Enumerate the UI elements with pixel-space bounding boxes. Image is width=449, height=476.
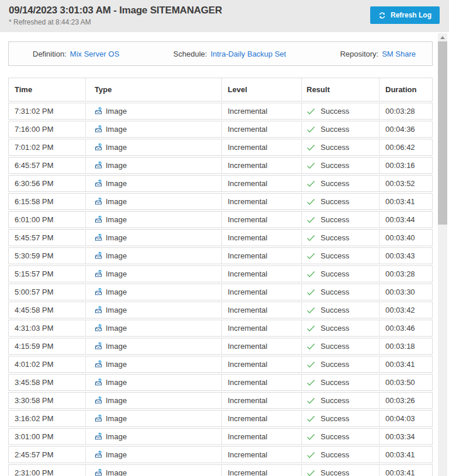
type-label: Image	[106, 270, 127, 278]
table-row[interactable]: 6:01:00 PM Image Incremental Success 00:…	[8, 211, 433, 228]
vertical-scrollbar[interactable]	[438, 33, 447, 476]
cell-result: Success	[301, 230, 379, 246]
table-row[interactable]: 7:16:00 PM Image Incremental Success 00:…	[8, 121, 433, 138]
cell-level: Incremental	[221, 374, 301, 390]
cell-level: Incremental	[221, 212, 301, 228]
cell-level: Incremental	[221, 465, 301, 476]
cell-time: 5:30:59 PM	[9, 248, 85, 264]
success-check-icon	[307, 235, 315, 242]
cell-time: 4:45:58 PM	[9, 302, 85, 318]
refresh-log-button[interactable]: Refresh Log	[370, 6, 440, 24]
cell-level: Incremental	[221, 176, 301, 191]
scroll-up-button[interactable]	[438, 33, 447, 41]
table-row[interactable]: 2:31:00 PM Image Incremental Success 00:…	[8, 464, 433, 476]
repository-link[interactable]: SM Share	[382, 50, 416, 58]
cell-result: Success	[301, 248, 379, 264]
column-header-type: Type	[85, 78, 221, 101]
schedule-link[interactable]: Intra-Daily Backup Set	[211, 50, 286, 58]
table-row[interactable]: 6:15:58 PM Image Incremental Success 00:…	[8, 193, 433, 210]
image-backup-icon	[95, 234, 102, 242]
cell-level: Incremental	[221, 393, 301, 408]
titlebar: 09/14/2023 3:01:03 AM - Image SITEMANAGE…	[0, 0, 449, 32]
type-label: Image	[106, 378, 127, 387]
image-backup-icon	[95, 433, 102, 440]
table-row[interactable]: 7:01:02 PM Image Incremental Success 00:…	[8, 139, 433, 156]
cell-type: Image	[85, 320, 221, 336]
cell-time: 5:45:57 PM	[9, 230, 85, 246]
cell-type: Image	[85, 393, 221, 408]
cell-time: 4:15:59 PM	[9, 338, 85, 354]
table-row[interactable]: 3:16:02 PM Image Incremental Success 00:…	[8, 410, 433, 427]
cell-result: Success	[301, 158, 379, 173]
table-row[interactable]: 6:45:57 PM Image Incremental Success 00:…	[8, 157, 433, 174]
cell-level: Incremental	[221, 338, 301, 354]
refresh-log-label: Refresh Log	[391, 11, 431, 19]
cell-result: Success	[301, 212, 379, 228]
column-header-time: Time	[9, 78, 85, 101]
table-row[interactable]: 5:45:57 PM Image Incremental Success 00:…	[8, 229, 433, 246]
success-check-icon	[307, 415, 315, 422]
table-row[interactable]: 4:45:58 PM Image Incremental Success 00:…	[8, 302, 433, 318]
cell-time: 6:15:58 PM	[9, 194, 85, 209]
type-label: Image	[106, 125, 127, 134]
table-row[interactable]: 4:01:02 PM Image Incremental Success 00:…	[8, 356, 433, 373]
type-label: Image	[106, 396, 127, 405]
table-row[interactable]: 4:31:03 PM Image Incremental Success 00:…	[8, 320, 433, 337]
success-check-icon	[307, 379, 315, 386]
table-row[interactable]: 5:00:57 PM Image Incremental Success 00:…	[8, 284, 433, 300]
cell-time: 2:45:57 PM	[9, 447, 85, 463]
cell-type: Image	[85, 121, 221, 137]
cell-result: Success	[301, 302, 379, 318]
cell-duration: 00:06:42	[379, 139, 432, 155]
result-label: Success	[321, 378, 349, 387]
success-check-icon	[307, 126, 315, 133]
cell-type: Image	[85, 212, 221, 228]
table-row[interactable]: 5:15:57 PM Image Incremental Success 00:…	[8, 265, 433, 282]
cell-type: Image	[85, 194, 221, 209]
success-check-icon	[307, 144, 315, 151]
cell-level: Incremental	[221, 411, 301, 426]
cell-level: Incremental	[221, 356, 301, 372]
table-row[interactable]: 2:45:57 PM Image Incremental Success 00:…	[8, 446, 433, 463]
success-check-icon	[307, 470, 315, 476]
table-row[interactable]: 7:31:02 PM Image Incremental Success 00:…	[8, 103, 433, 120]
cell-result: Success	[301, 338, 379, 354]
cell-result: Success	[301, 266, 379, 282]
result-label: Success	[321, 468, 349, 476]
table-row[interactable]: 3:30:58 PM Image Incremental Success 00:…	[8, 392, 433, 409]
cell-result: Success	[301, 429, 379, 444]
type-label: Image	[106, 107, 127, 116]
cell-time: 6:45:57 PM	[9, 158, 85, 173]
cell-result: Success	[301, 194, 379, 209]
definition-link[interactable]: Mix Server OS	[70, 50, 120, 58]
table-row[interactable]: 3:01:00 PM Image Incremental Success 00:…	[8, 428, 433, 445]
cell-duration: 00:03:41	[379, 465, 432, 476]
backup-info-bar: Definition:Mix Server OS Schedule:Intra-…	[8, 41, 433, 66]
cell-time: 2:31:00 PM	[9, 465, 85, 476]
cell-duration: 00:03:28	[379, 103, 432, 119]
result-label: Success	[321, 161, 349, 170]
cell-level: Incremental	[221, 194, 301, 209]
cell-type: Image	[85, 356, 221, 372]
cell-type: Image	[85, 465, 221, 476]
cell-duration: 00:03:34	[379, 429, 432, 444]
type-label: Image	[106, 215, 127, 224]
info-definition: Definition:Mix Server OS	[33, 50, 119, 58]
table-row[interactable]: 5:30:59 PM Image Incremental Success 00:…	[8, 247, 433, 264]
cell-type: Image	[85, 284, 221, 300]
type-label: Image	[106, 179, 127, 188]
type-label: Image	[106, 143, 127, 152]
type-label: Image	[106, 450, 127, 459]
table-row[interactable]: 4:15:59 PM Image Incremental Success 00:…	[8, 338, 433, 355]
image-backup-icon	[95, 198, 102, 205]
info-schedule: Schedule:Intra-Daily Backup Set	[173, 50, 286, 58]
success-check-icon	[307, 325, 315, 332]
table-row[interactable]: 3:45:58 PM Image Incremental Success 00:…	[8, 374, 433, 391]
table-row[interactable]: 6:30:56 PM Image Incremental Success 00:…	[8, 175, 433, 192]
cell-level: Incremental	[221, 320, 301, 336]
cell-duration: 00:04:03	[379, 411, 432, 426]
cell-duration: 00:03:28	[379, 266, 432, 282]
result-label: Success	[321, 342, 349, 351]
scrollbar-thumb[interactable]	[438, 41, 447, 225]
cell-result: Success	[301, 374, 379, 390]
